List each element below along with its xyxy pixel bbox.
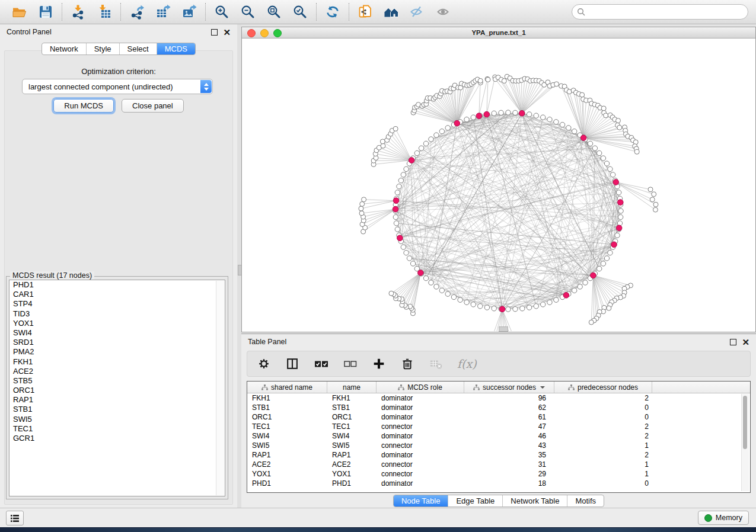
tab-style[interactable]: Style	[86, 43, 119, 55]
table-row[interactable]: SWI4SWI4dominator462	[247, 431, 750, 441]
mcds-hub-node[interactable]	[454, 120, 460, 126]
memory-button[interactable]: Memory	[698, 511, 749, 525]
ring-node[interactable]	[534, 113, 538, 118]
ring-node[interactable]	[404, 166, 409, 171]
close-table-panel-icon[interactable]: ✕	[742, 339, 749, 345]
ring-node[interactable]	[554, 120, 559, 124]
tab-select[interactable]: Select	[119, 43, 157, 55]
mcds-list-scrollbar[interactable]	[216, 281, 224, 495]
mcds-hub-node[interactable]	[484, 111, 490, 117]
mcds-result-item[interactable]: STB1	[9, 405, 225, 414]
mcds-hub-node[interactable]	[397, 235, 403, 241]
ring-node[interactable]	[397, 184, 401, 189]
mcds-result-item[interactable]: TEC1	[9, 424, 225, 434]
mcds-result-item[interactable]: SWI4	[9, 328, 225, 338]
ring-node[interactable]	[419, 146, 423, 150]
export-table-button[interactable]	[155, 4, 171, 20]
column-settings-button[interactable]	[257, 357, 271, 371]
ring-node[interactable]	[618, 214, 623, 219]
ring-node[interactable]	[439, 288, 444, 293]
ring-node[interactable]	[445, 291, 450, 296]
zoom-fit-button[interactable]	[266, 4, 282, 20]
tab-motifs[interactable]: Motifs	[567, 495, 604, 507]
ring-node[interactable]	[547, 117, 552, 121]
zoom-out-button[interactable]	[240, 4, 256, 20]
canvas-hscroll-thumb[interactable]	[499, 326, 508, 332]
leaf-node[interactable]	[362, 197, 366, 202]
ring-node[interactable]	[451, 294, 456, 299]
maximize-window-icon[interactable]	[273, 29, 282, 37]
table-scrollbar[interactable]	[741, 394, 749, 491]
ring-node[interactable]	[588, 141, 592, 146]
column-header-shared-name[interactable]: shared name	[247, 382, 327, 393]
ring-node[interactable]	[429, 280, 433, 285]
leaf-node[interactable]	[604, 113, 608, 118]
network-canvas[interactable]	[242, 39, 755, 332]
ring-node[interactable]	[471, 115, 476, 120]
table-row[interactable]: PHD1PHD1dominator180	[247, 479, 750, 488]
ring-node[interactable]	[445, 126, 450, 130]
leaf-node[interactable]	[650, 197, 655, 202]
ring-node[interactable]	[541, 115, 546, 120]
close-panel-icon[interactable]: ✕	[223, 30, 231, 35]
mcds-hub-node[interactable]	[393, 198, 399, 204]
ring-node[interactable]	[423, 275, 428, 280]
leaf-node[interactable]	[653, 207, 658, 212]
float-table-panel-icon[interactable]	[730, 339, 736, 345]
ring-node[interactable]	[434, 133, 439, 137]
ring-node[interactable]	[547, 300, 552, 305]
ring-node[interactable]	[610, 172, 615, 177]
function-builder-button[interactable]: f(x)	[457, 357, 477, 370]
first-neighbors-button[interactable]	[383, 4, 400, 20]
leaf-node[interactable]	[486, 77, 490, 82]
leaf-node[interactable]	[393, 126, 398, 131]
ring-node[interactable]	[604, 161, 609, 166]
ring-node[interactable]	[398, 178, 403, 183]
ring-node[interactable]	[608, 166, 613, 171]
ring-node[interactable]	[572, 129, 576, 134]
import-network-button[interactable]	[70, 4, 87, 20]
run-mcds-button[interactable]: Run MCDS	[53, 99, 114, 113]
leaf-node[interactable]	[554, 82, 559, 86]
mcds-hub-node[interactable]	[591, 273, 596, 278]
minimize-window-icon[interactable]	[260, 29, 269, 37]
mcds-result-item[interactable]: SRD1	[9, 338, 225, 347]
import-table-button[interactable]	[96, 4, 113, 20]
leaf-node[interactable]	[607, 306, 611, 310]
ring-node[interactable]	[458, 297, 462, 302]
tab-edge-table[interactable]: Edge Table	[448, 495, 502, 507]
toggle-panes-button[interactable]	[285, 357, 299, 371]
ring-node[interactable]	[401, 172, 406, 177]
ring-node[interactable]	[513, 306, 518, 311]
export-network-button[interactable]	[129, 4, 145, 20]
leaf-node[interactable]	[359, 211, 364, 216]
mcds-result-item[interactable]: CAR1	[9, 290, 225, 299]
mcds-result-item[interactable]: SWI5	[9, 415, 225, 424]
ring-node[interactable]	[554, 297, 559, 302]
deselect-all-button[interactable]	[343, 358, 358, 369]
ring-node[interactable]	[604, 256, 609, 261]
ring-node[interactable]	[513, 110, 518, 115]
ring-node[interactable]	[395, 227, 400, 232]
ring-node[interactable]	[478, 304, 483, 309]
ring-node[interactable]	[578, 284, 582, 289]
mcds-result-item[interactable]: GCR1	[9, 434, 225, 443]
leaf-node[interactable]	[380, 139, 385, 144]
ring-node[interactable]	[572, 288, 576, 293]
ring-node[interactable]	[541, 302, 546, 307]
vertical-splitter[interactable]	[237, 24, 241, 508]
ring-node[interactable]	[393, 214, 398, 219]
leaf-node[interactable]	[648, 187, 653, 192]
table-row[interactable]: YOX1YOX1connector291	[247, 469, 750, 479]
float-panel-icon[interactable]	[211, 29, 218, 36]
ring-node[interactable]	[616, 190, 621, 195]
mcds-result-item[interactable]: ORC1	[9, 386, 225, 395]
hide-selected-button[interactable]	[409, 4, 426, 20]
leaf-node[interactable]	[360, 201, 365, 206]
ring-node[interactable]	[597, 150, 602, 155]
ring-node[interactable]	[520, 306, 525, 310]
mcds-result-item[interactable]: FKH1	[9, 357, 225, 367]
table-row[interactable]: ACE2ACE2connector311	[247, 460, 750, 469]
table-scrollbar-thumb[interactable]	[743, 396, 747, 449]
table-row[interactable]: SWI5SWI5connector431	[247, 441, 750, 450]
